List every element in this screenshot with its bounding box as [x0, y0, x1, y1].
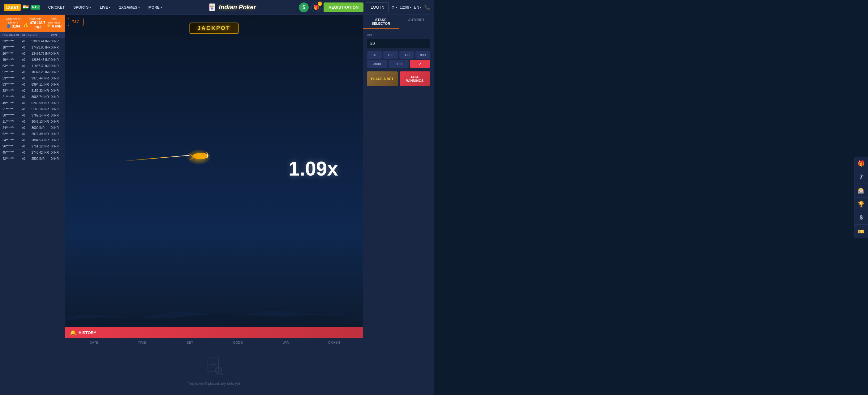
cell-username: 53******* — [2, 83, 22, 86]
cell-bet: 3000 INR — [32, 126, 51, 130]
cell-username: 33******* — [2, 89, 22, 92]
cell-bet: 9373.44 INR — [32, 77, 51, 80]
cell-bet: 10373.28 INR — [32, 70, 51, 74]
cell-odds: x0 — [22, 39, 32, 43]
cell-odds: x0 — [22, 77, 32, 80]
place-bet-button[interactable]: PLACE A BET — [367, 71, 398, 86]
cell-odds: x0 — [22, 58, 32, 62]
tab-autobet[interactable]: AUTOBET — [399, 15, 434, 29]
bet-chips-row2: 3000 10000 ✕ — [367, 60, 430, 68]
col-bet: BET — [32, 33, 51, 37]
chevron-down-icon: ▾ — [109, 6, 111, 9]
cell-win: 0 INR — [51, 151, 62, 154]
left-panel: Number of players 👤 3194 Total bets 💰 47… — [0, 15, 65, 395]
jackpot-banner: JACKPOT — [189, 23, 239, 34]
settings-menu[interactable]: ⚙ ▾ — [391, 5, 397, 9]
chevron-down-icon: ▾ — [89, 6, 91, 9]
clock-display: 12:08 ▾ — [400, 5, 411, 9]
cell-username: 53******* — [2, 64, 22, 68]
cell-username: 33******* — [2, 39, 22, 43]
cell-odds: x0 — [22, 114, 32, 117]
nav-1xgames[interactable]: 1XGAMES ▾ — [116, 0, 143, 15]
cell-odds: x0 — [22, 107, 32, 111]
stake-tabs: STAKE SELECTOR AUTOBET — [363, 15, 434, 29]
bet-input[interactable] — [367, 39, 430, 48]
cell-odds: x0 — [22, 89, 32, 92]
cell-win: 0 INR — [51, 132, 62, 136]
chip-100[interactable]: 100 — [383, 51, 398, 59]
tab-stake-selector[interactable]: STAKE SELECTOR — [363, 15, 399, 29]
cell-bet: 3769.14 INR — [32, 114, 51, 117]
cell-bet: 6249.59 INR — [32, 101, 51, 105]
cell-odds: x0 — [22, 120, 32, 123]
cell-bet: 11867.39 INR — [32, 64, 51, 68]
cell-win: 0 INR — [51, 64, 62, 68]
logo-nas[interactable]: NAS — [31, 5, 40, 9]
plane-glow — [183, 146, 214, 165]
table-header: USERNAME ODDS BET WIN — [0, 32, 65, 38]
history-panel: 🔔 HISTORY DATE TIME BET ODDS WIN CRASH — [65, 327, 363, 395]
cell-win: 0 INR — [51, 70, 62, 74]
nav-live[interactable]: LIVE ▾ — [96, 0, 114, 15]
history-col-odds: ODDS — [214, 340, 262, 344]
table-row: 49******* x0 6249.59 INR 0 INR — [0, 100, 65, 106]
nav-sports[interactable]: SPORTS ▾ — [70, 0, 94, 15]
cell-username: 18******* — [2, 46, 22, 49]
header: 1XBET 🇮🇳 NAS CRICKET SPORTS ▾ LIVE ▾ 1XG… — [0, 0, 434, 15]
cell-odds: x0 — [22, 151, 32, 154]
waves-decoration — [65, 302, 343, 327]
cell-username: 96****** — [2, 145, 22, 148]
stat-total-winnings: Total winnings 🏆 0 INR — [46, 17, 62, 28]
chip-20[interactable]: 20 — [367, 51, 382, 59]
cell-odds: x0 — [22, 95, 32, 99]
table-row: 42******* x0 2500 INR 0 INR — [0, 156, 65, 162]
col-odds: ODDS — [22, 33, 32, 37]
table-row: 53******* x0 9373.44 INR 0 INR — [0, 75, 65, 81]
cell-win: 0 INR — [51, 114, 62, 117]
cell-username: 11******* — [2, 120, 22, 123]
cell-username: 42******* — [2, 157, 22, 160]
logo-flag: 🇮🇳 — [23, 4, 29, 10]
take-winnings-button[interactable]: TAKE WINNINGS — [400, 71, 431, 86]
tc-button[interactable]: T&C — [68, 18, 84, 26]
cell-bet: 13484.73 INR — [32, 52, 51, 55]
nav-more[interactable]: MORE ▾ — [145, 0, 165, 15]
cell-win: 0 INR — [51, 95, 62, 99]
phone-icon[interactable]: 📞 — [424, 4, 430, 10]
chip-300[interactable]: 300 — [399, 51, 414, 59]
table-row: 33******* x0 53899.44 INR 0 INR — [0, 38, 65, 44]
multiplier-display: 1.09x — [289, 157, 338, 180]
history-col-bet: BET — [166, 340, 214, 344]
cell-win: 0 INR — [51, 126, 62, 130]
table-row: 52******* x0 10373.28 INR 0 INR — [0, 69, 65, 75]
logo-1xbet[interactable]: 1XBET — [4, 4, 21, 11]
chip-3000[interactable]: 3000 — [367, 60, 387, 68]
stake-content: Bet 20 100 300 800 3000 10000 ✕ PLACE A … — [363, 29, 434, 90]
history-col-date: DATE — [70, 340, 118, 344]
cell-odds: x0 — [22, 138, 32, 142]
language-selector[interactable]: EN ▾ — [414, 5, 422, 9]
bet-chips-row1: 20 100 300 800 — [367, 51, 430, 59]
chevron-down-icon: ▾ — [396, 6, 397, 9]
cell-win: 0 INR — [51, 52, 62, 55]
login-button[interactable]: LOG IN — [366, 2, 389, 12]
history-header: 🔔 HISTORY — [65, 327, 363, 338]
cell-bet: 53899.44 INR — [32, 39, 51, 43]
nav-cricket[interactable]: CRICKET — [45, 0, 68, 15]
right-panel: STAKE SELECTOR AUTOBET Bet 20 100 300 80… — [363, 15, 434, 395]
delete-chip-button[interactable]: ✕ — [410, 60, 430, 68]
cell-odds: x0 — [22, 46, 32, 49]
history-table-header: DATE TIME BET ODDS WIN CRASH — [65, 338, 363, 347]
register-button[interactable]: REGISTRATION — [323, 2, 364, 12]
table-row: 11******* x0 3046.13 INR 0 INR — [0, 119, 65, 125]
gift-button[interactable]: 🎁 1 — [311, 2, 321, 12]
chip-10000[interactable]: 10000 — [389, 60, 409, 68]
table-row: 52******* x0 2974.39 INR 0 INR — [0, 131, 65, 137]
table-row: 53******* x0 11867.39 INR 0 INR — [0, 63, 65, 69]
stat-total-bets: Total bets 💰 476118.7 INR — [24, 17, 46, 29]
cell-win: 0 INR — [51, 157, 62, 160]
dollar-button[interactable]: $ — [299, 2, 309, 12]
cell-username: 21******* — [2, 95, 22, 99]
chip-800[interactable]: 800 — [415, 51, 430, 59]
cell-win: 0 INR — [51, 39, 62, 43]
